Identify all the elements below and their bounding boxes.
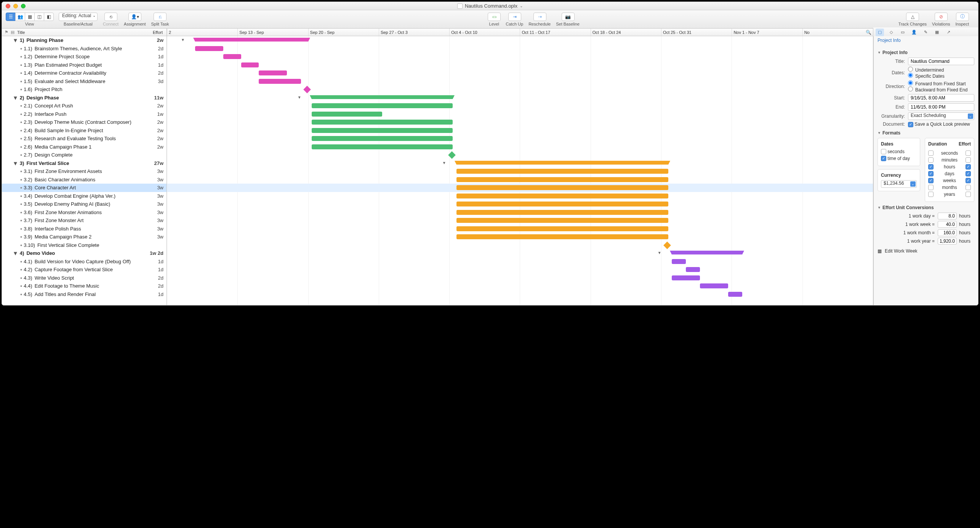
gantt-bar[interactable] (686, 267, 700, 272)
task-row[interactable]: •1.1)Brainstorm Themes, Audience, Art St… (2, 45, 167, 53)
violations-button[interactable]: ⊘ (935, 13, 948, 21)
maximize-window-button[interactable] (21, 4, 26, 8)
week-header[interactable]: Sep 27 - Oct 3 (379, 29, 449, 36)
gantt-bar[interactable] (456, 169, 668, 174)
edit-workweek-button[interactable]: Edit Work Week (885, 248, 918, 254)
gantt-bar[interactable] (241, 62, 259, 67)
view-network-button[interactable]: ◫ (34, 13, 44, 21)
start-date-input[interactable] (908, 94, 974, 102)
task-row[interactable]: •3.4)Develop Combat Engine (Alpha Ver.)3… (2, 192, 167, 200)
task-row[interactable]: •3.3)Core Character Art3w (2, 184, 167, 192)
inspector-tab-milestones[interactable]: ◇ (887, 29, 895, 36)
gantt-bar[interactable] (456, 185, 668, 190)
search-icon[interactable]: 🔍 (866, 30, 871, 35)
document-title[interactable]: Nautilus Command.oplx ⌄ (457, 3, 523, 9)
gantt-bar[interactable] (672, 275, 700, 280)
dates-undetermined-radio[interactable] (908, 67, 913, 72)
flag-icon[interactable]: ⚑ (5, 30, 8, 35)
gantt-row[interactable]: ▼ (167, 249, 873, 258)
gantt-bar[interactable] (456, 202, 668, 206)
week-header[interactable]: Oct 11 - Oct 17 (520, 29, 590, 36)
dur-weeks-check[interactable]: ✓ (928, 178, 934, 183)
gantt-bar[interactable] (312, 120, 453, 125)
eff-minutes-check[interactable] (966, 157, 971, 163)
task-row[interactable]: •3.9)Media Campaign Phase 23w (2, 233, 167, 241)
gantt-row[interactable] (167, 241, 873, 250)
task-row[interactable]: ▼4)Demo Video1w 2d (2, 249, 167, 258)
close-window-button[interactable] (6, 4, 10, 8)
gantt-bar[interactable] (312, 103, 453, 108)
gantt-row[interactable]: ▼ (167, 36, 873, 45)
task-row[interactable]: •3.5)Develop Enemy Pathing AI (Basic)3w (2, 200, 167, 208)
end-date-input[interactable] (908, 103, 974, 111)
inspector-tab-custom[interactable]: ▦ (933, 29, 941, 36)
gantt-row[interactable] (167, 69, 873, 77)
gantt-row[interactable] (167, 77, 873, 86)
dur-years-check[interactable] (928, 192, 934, 197)
conv-month-input[interactable] (938, 229, 957, 236)
task-row[interactable]: •2.1)Concept Art Push2w (2, 102, 167, 110)
gantt-bar[interactable] (312, 136, 453, 141)
task-row[interactable]: •3.7)First Zone Monster Art3w (2, 216, 167, 225)
project-title-input[interactable] (908, 58, 974, 65)
gantt-row[interactable] (167, 151, 873, 159)
gantt-row[interactable] (167, 233, 873, 241)
gantt-bar[interactable] (195, 38, 308, 42)
gantt-bar[interactable] (456, 194, 668, 198)
dates-seconds-check[interactable] (881, 149, 886, 154)
gantt-bar[interactable] (259, 70, 287, 75)
gantt-bar[interactable] (259, 79, 301, 84)
gantt-row[interactable] (167, 208, 873, 217)
gantt-bar[interactable] (312, 128, 453, 133)
quicklook-checkbox[interactable]: ✓ (908, 122, 913, 127)
task-row[interactable]: ▼3)First Vertical Slice27w (2, 159, 167, 168)
task-row[interactable]: •2.5)Research and Evaluate Testing Tools… (2, 134, 167, 143)
dur-minutes-check[interactable] (928, 157, 934, 163)
setbaseline-button[interactable]: 📷 (562, 13, 575, 21)
gantt-row[interactable] (167, 61, 873, 69)
gantt-bar[interactable] (456, 234, 668, 239)
split-button[interactable]: ⎌ (154, 13, 167, 21)
gantt-row[interactable] (167, 290, 873, 299)
granularity-select[interactable]: Exact Scheduling⌄ (908, 112, 974, 120)
task-row[interactable]: •4.5)Add Titles and Render Final1d (2, 290, 167, 299)
gantt-chart[interactable]: ▼▼▼▼ (167, 36, 873, 305)
effort-column-header[interactable]: Effort (144, 30, 167, 35)
dur-hours-check[interactable]: ✓ (928, 164, 934, 170)
gantt-bar[interactable] (448, 151, 456, 159)
gantt-row[interactable] (167, 176, 873, 184)
task-row[interactable]: •2.6)Media Campaign Phase 12w (2, 143, 167, 151)
gantt-bar[interactable] (456, 226, 668, 231)
conv-year-input[interactable] (938, 238, 957, 245)
gantt-row[interactable] (167, 266, 873, 274)
task-row[interactable]: •3.6)First Zone Monster Animations3w (2, 208, 167, 217)
inspector-tab-project[interactable]: ▢ (876, 29, 884, 36)
gantt-bar[interactable] (312, 144, 453, 149)
gantt-row[interactable] (167, 53, 873, 61)
task-row[interactable]: •2.4)Build Sample In-Engine Project2w (2, 126, 167, 135)
task-row[interactable]: •1.2)Determine Project Scope1d (2, 53, 167, 61)
task-row[interactable]: •1.4)Determine Contractor Availability2d (2, 69, 167, 77)
gantt-bar[interactable] (312, 112, 382, 117)
gantt-row[interactable] (167, 184, 873, 192)
timeline-header[interactable]: 2Sep 13 - SepSep 20 - SepSep 27 - Oct 3O… (167, 29, 873, 36)
view-resources-button[interactable]: 👥 (15, 13, 25, 21)
task-row[interactable]: ▼2)Design Phase11w (2, 94, 167, 102)
gantt-row[interactable] (167, 102, 873, 110)
week-header[interactable]: Nov 1 - Nov 7 (732, 29, 802, 36)
gantt-bar[interactable] (663, 242, 671, 249)
week-header[interactable]: Oct 25 - Oct 31 (661, 29, 732, 36)
gantt-bar[interactable] (312, 95, 453, 99)
gantt-row[interactable] (167, 282, 873, 290)
view-styles-button[interactable]: ◧ (44, 13, 54, 21)
eff-seconds-check[interactable] (966, 150, 971, 156)
gantt-row[interactable] (167, 134, 873, 143)
inspector-tab-task[interactable]: ▭ (898, 29, 907, 36)
connect-button[interactable]: ⎋ (104, 13, 117, 21)
gantt-row[interactable]: ▼ (167, 94, 873, 102)
task-row[interactable]: •1.6)Project Pitch (2, 85, 167, 94)
catchup-button[interactable]: ⇥ (508, 13, 521, 21)
view-calendar-button[interactable]: ▦ (25, 13, 35, 21)
assignment-button[interactable]: 👤▾ (128, 13, 141, 21)
title-column-header[interactable]: Title (17, 30, 144, 35)
